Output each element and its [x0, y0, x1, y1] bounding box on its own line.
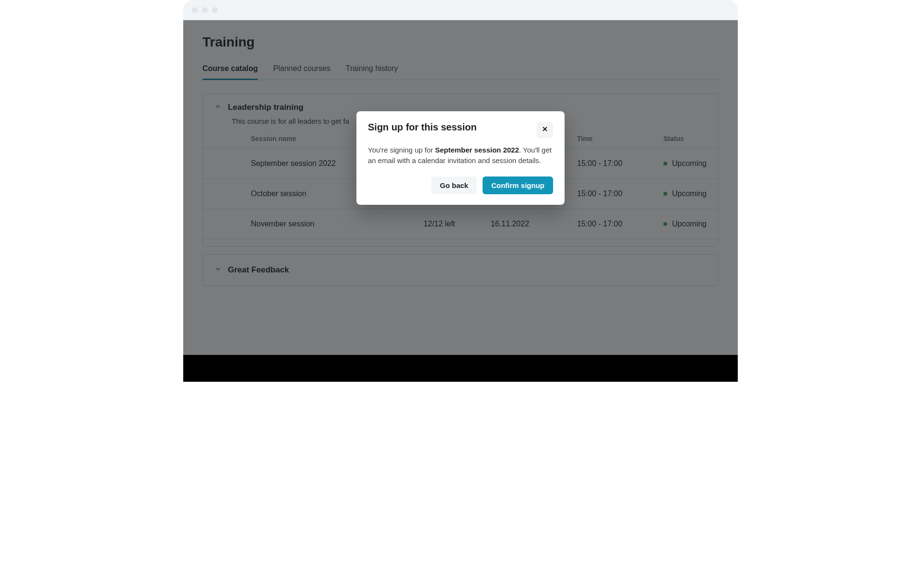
confirm-signup-button[interactable]: Confirm signup	[483, 176, 553, 194]
modal-body: You're signing up for September session …	[368, 145, 553, 166]
signup-modal: Sign up for this session You're signing …	[356, 111, 565, 205]
modal-session-name: September session 2022	[435, 146, 519, 154]
go-back-button[interactable]: Go back	[431, 176, 477, 194]
device-base	[183, 355, 738, 382]
traffic-light-close[interactable]	[192, 7, 198, 13]
modal-actions: Go back Confirm signup	[368, 176, 553, 194]
browser-window: Training Course catalog Planned courses …	[183, 0, 738, 355]
traffic-light-minimize[interactable]	[202, 7, 208, 13]
traffic-light-zoom[interactable]	[212, 7, 218, 13]
modal-body-prefix: You're signing up for	[368, 146, 435, 154]
close-button[interactable]	[537, 122, 553, 138]
modal-title: Sign up for this session	[368, 122, 477, 133]
browser-titlebar	[183, 0, 738, 20]
close-icon	[542, 126, 548, 134]
